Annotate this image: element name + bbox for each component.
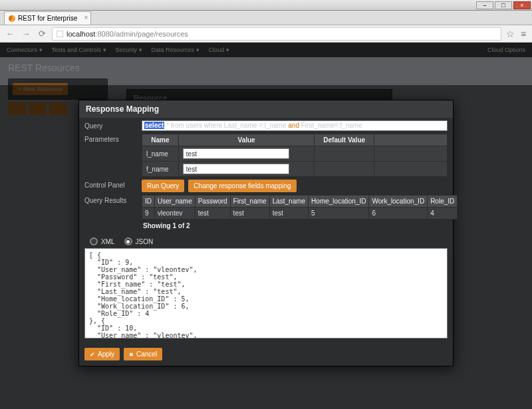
run-query-button[interactable]: Run Query: [142, 180, 184, 192]
tab-close-icon[interactable]: ×: [84, 14, 88, 21]
page-icon: [57, 31, 63, 37]
page-title: REST Resources: [0, 57, 532, 76]
parameters-label: Parameters: [84, 134, 136, 143]
nav-security[interactable]: Security ▾: [116, 47, 142, 53]
results-table: ID User_name Password First_name Last_na…: [142, 195, 458, 219]
param-name: f_name: [142, 162, 179, 177]
param-default: [315, 146, 374, 162]
param-header-value: Value: [178, 134, 315, 146]
param-name: l_name: [142, 146, 179, 162]
nav-connectors[interactable]: Connectors ▾: [7, 47, 43, 53]
nav-cloud-options[interactable]: Cloud Options: [487, 47, 525, 53]
cancel-button[interactable]: Cancel: [124, 348, 162, 360]
address-bar[interactable]: localhost:8080/admin/page/resources: [52, 27, 501, 41]
tab-title: REST for Enterprise: [18, 15, 77, 22]
url-host: localhost: [66, 30, 95, 38]
param-value-input[interactable]: [183, 164, 289, 174]
query-text-1: * from users where Last_name =:l_name: [164, 122, 288, 129]
control-panel-label: Control Panel: [84, 180, 136, 189]
window-maximize-button[interactable]: □: [495, 1, 512, 9]
col-work-loc[interactable]: Work_location_ID: [369, 196, 428, 207]
response-body-textarea[interactable]: [ { "ID" : 9, "User_name" : "vleontev", …: [84, 248, 448, 339]
param-header-name: Name: [142, 134, 179, 146]
browser-toolbar: ← → ⟳ localhost:8080/admin/page/resource…: [0, 25, 532, 43]
format-json-option[interactable]: JSON: [124, 237, 154, 245]
window-minimize-button[interactable]: –: [476, 1, 493, 9]
forward-button[interactable]: →: [20, 28, 32, 40]
bookmark-star-icon[interactable]: ☆: [505, 29, 515, 39]
radio-icon: [124, 237, 132, 245]
query-results-label: Query Results: [84, 195, 136, 204]
window-titlebar: – □ ×: [0, 0, 532, 11]
browser-tabstrip: REST for Enterprise ×: [0, 11, 532, 25]
query-input[interactable]: select * from users where Last_name =:l_…: [142, 120, 448, 131]
format-xml-label: XML: [101, 238, 115, 245]
apply-label: Apply: [98, 350, 114, 358]
nav-tests[interactable]: Tests and Controls ▾: [52, 47, 106, 53]
parameters-table: Name Value Default Value l_name f_name: [142, 134, 448, 177]
format-json-label: JSON: [136, 238, 154, 245]
change-mapping-button[interactable]: Change response fields mapping: [188, 180, 296, 192]
browser-tab[interactable]: REST for Enterprise ×: [4, 11, 91, 25]
query-keyword-select: select: [144, 122, 164, 129]
cell: 4: [428, 207, 458, 219]
modal-footer: Apply Cancel: [79, 344, 453, 366]
url-path: :8080/admin/page/resources: [95, 30, 188, 38]
param-row: l_name: [142, 146, 448, 162]
col-firstname[interactable]: First_name: [230, 196, 269, 207]
cell: vleontev: [155, 207, 196, 219]
param-header-blank: [374, 134, 448, 146]
response-mapping-modal: Response Mapping Query select * from use…: [78, 100, 454, 366]
cell: 6: [369, 207, 428, 219]
showing-text: Showing 1 of 2: [142, 219, 448, 232]
param-default: [315, 162, 374, 177]
col-role[interactable]: Role_ID: [428, 196, 458, 207]
col-lastname[interactable]: Last_name: [269, 196, 308, 207]
col-home-loc[interactable]: Home_location_ID: [309, 196, 369, 207]
param-header-default: Default Value: [315, 134, 374, 146]
cell: test: [269, 207, 308, 219]
cell: test: [230, 207, 269, 219]
nav-data-resources[interactable]: Data Resources ▾: [152, 47, 200, 53]
query-text-2: First_name=:f_name: [299, 122, 362, 129]
format-xml-option[interactable]: XML: [90, 237, 115, 245]
radio-icon: [90, 237, 98, 245]
nav-cloud[interactable]: Cloud ▾: [209, 47, 229, 53]
param-row: f_name: [142, 162, 448, 177]
cell: 9: [142, 207, 155, 219]
reload-button[interactable]: ⟳: [36, 28, 48, 40]
back-button[interactable]: ←: [4, 28, 16, 40]
check-icon: [90, 350, 95, 358]
favicon-icon: [9, 15, 15, 22]
col-username[interactable]: User_name: [155, 196, 196, 207]
col-id[interactable]: ID: [142, 196, 155, 207]
app-topnav: Connectors ▾ Tests and Controls ▾ Securi…: [0, 43, 532, 57]
query-keyword-and: and: [288, 122, 299, 129]
format-radio-row: XML JSON: [84, 235, 448, 248]
cancel-label: Cancel: [136, 350, 157, 358]
modal-title: Response Mapping: [79, 100, 453, 118]
query-label: Query: [84, 120, 136, 130]
chrome-menu-icon[interactable]: ≡: [519, 29, 528, 39]
apply-button[interactable]: Apply: [84, 348, 120, 360]
cell: test: [195, 207, 230, 219]
cell: 5: [309, 207, 369, 219]
window-close-button[interactable]: ×: [513, 1, 531, 9]
table-row[interactable]: 9 vleontev test test test 5 6 4: [142, 207, 458, 219]
close-icon: [129, 350, 134, 358]
param-value-input[interactable]: [183, 148, 289, 159]
col-password[interactable]: Password: [195, 196, 230, 207]
